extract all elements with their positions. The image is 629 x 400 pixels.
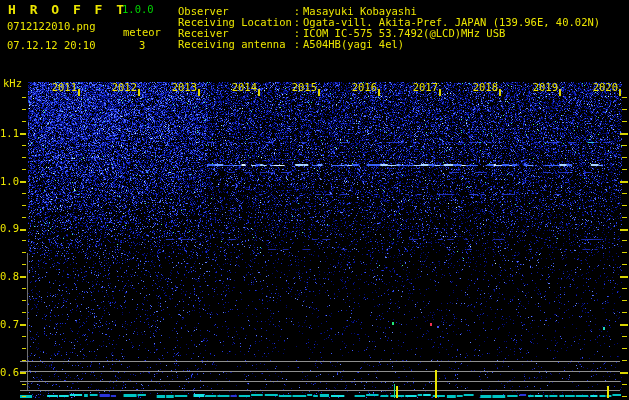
time-tick-label: 2020	[588, 81, 618, 93]
station-info-block: Observer:Masayuki KobayashiReceiving Loc…	[178, 6, 600, 50]
freq-tick-label: 0.8	[0, 270, 19, 282]
app-version: 1.0.0	[122, 3, 154, 15]
hrofft-spectrogram-screen: H R O F F T 1.0.0 0712122010.png meteor …	[0, 0, 629, 400]
output-filename: 0712122010.png	[7, 20, 96, 32]
freq-tick-label: 0.7	[0, 318, 19, 330]
time-tick-label: 2018	[468, 81, 498, 93]
info-label: Receiving antenna	[178, 39, 291, 50]
time-tick-label: 2019	[528, 81, 558, 93]
observation-datetime: 07.12.12 20:10	[7, 39, 96, 51]
time-tick-label: 2013	[167, 81, 197, 93]
station-info-row: Receiving antenna:A504HB(yagi 4el)	[178, 39, 600, 50]
time-tick-label: 2012	[107, 81, 137, 93]
time-tick-label: 2017	[408, 81, 438, 93]
app-title: H R O F F T	[8, 2, 127, 17]
spectrogram-canvas	[0, 0, 629, 400]
info-separator: :	[291, 39, 303, 50]
time-tick-label: 2011	[47, 81, 77, 93]
meteor-count-value: 3	[139, 39, 145, 51]
observation-mode-label: meteor	[123, 26, 161, 38]
time-tick-label: 2014	[227, 81, 257, 93]
freq-tick-label: 0.6	[0, 366, 19, 378]
freq-tick-label: 1.1	[0, 127, 19, 139]
freq-axis-unit-label: kHz	[3, 77, 22, 89]
time-tick-label: 2016	[347, 81, 377, 93]
freq-tick-label: 1.0	[0, 175, 19, 187]
freq-tick-label: 0.9	[0, 222, 19, 234]
info-value: A504HB(yagi 4el)	[303, 39, 404, 50]
time-tick-label: 2015	[287, 81, 317, 93]
